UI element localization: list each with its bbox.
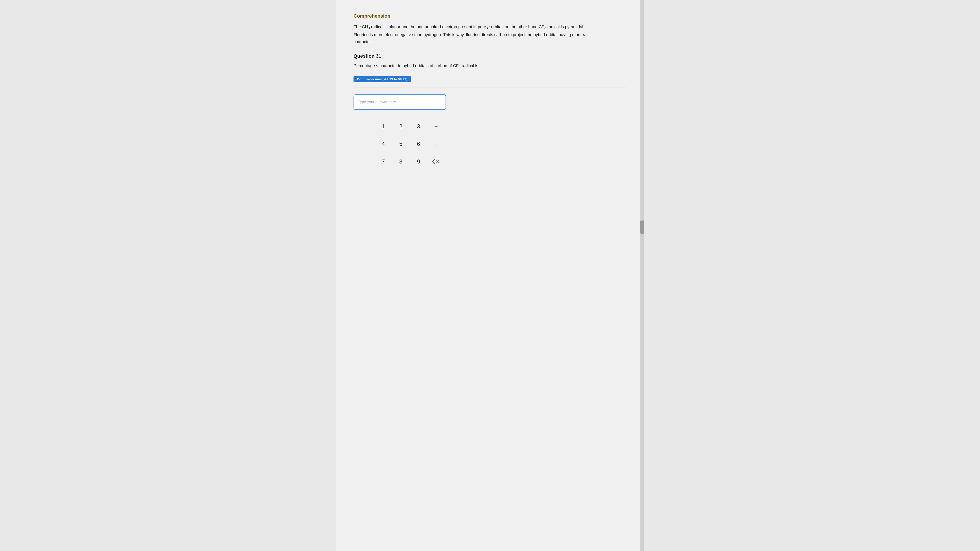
answer-input[interactable] (353, 94, 446, 110)
comprehension-text: The CH3 radical is planar and the odd un… (353, 23, 596, 45)
numpad-key-9[interactable]: 9 (411, 154, 426, 169)
numpad-key-minus[interactable]: − (428, 119, 444, 134)
numpad-key-2[interactable]: 2 (393, 119, 409, 134)
backspace-icon (432, 159, 440, 165)
question-label: Question 31: (353, 53, 627, 59)
scrollbar[interactable] (640, 0, 644, 551)
numpad-key-8[interactable]: 8 (393, 154, 409, 169)
question-text: Percentage s-character in hybrid orbital… (353, 62, 627, 70)
scrollbar-thumb[interactable] (640, 221, 644, 234)
numpad-key-6[interactable]: 6 (411, 136, 426, 152)
numpad-key-backspace[interactable] (428, 154, 444, 169)
numpad: 1 2 3 − 4 5 6 . 7 8 9 (375, 119, 627, 169)
numpad-key-dot[interactable]: . (428, 136, 444, 152)
numpad-key-5[interactable]: 5 (393, 136, 409, 152)
numpad-key-3[interactable]: 3 (411, 119, 426, 134)
numpad-key-7[interactable]: 7 (375, 154, 391, 169)
answer-type-badge: Double-decimal (-99.99 to 99.99) (353, 76, 411, 82)
section-divider (353, 87, 627, 88)
numpad-key-4[interactable]: 4 (375, 136, 391, 152)
comprehension-label: Comprehension (353, 13, 627, 19)
numpad-key-1[interactable]: 1 (375, 119, 391, 134)
page-container: Comprehension The CH3 radical is planar … (336, 0, 644, 551)
